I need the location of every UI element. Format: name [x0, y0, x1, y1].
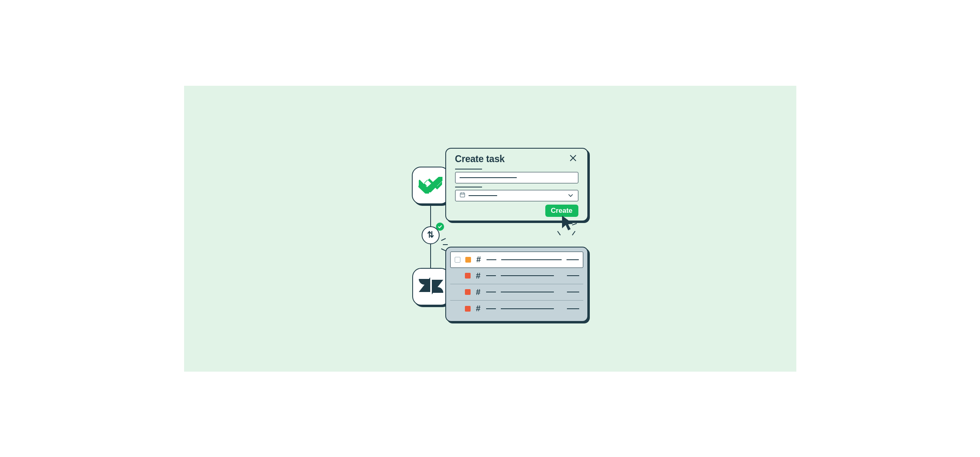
- status-square: [465, 257, 471, 263]
- ticket-row[interactable]: #: [450, 252, 583, 268]
- placeholder-line: [567, 259, 579, 260]
- ticket-row[interactable]: #: [450, 284, 583, 301]
- spark-line: [443, 244, 448, 245]
- spark-line: [441, 238, 446, 241]
- task-name-input[interactable]: [455, 172, 578, 183]
- status-square: [465, 306, 471, 312]
- sync-arrows-icon: [426, 230, 435, 241]
- status-square: [465, 273, 471, 279]
- sync-success-icon: [436, 223, 444, 231]
- wrike-logo-icon: [419, 177, 442, 194]
- row-checkbox[interactable]: [455, 257, 460, 263]
- ticket-id-hash: #: [476, 288, 481, 297]
- task-date-dropdown[interactable]: [455, 190, 578, 201]
- svg-rect-2: [460, 193, 464, 197]
- input-placeholder-line: [460, 177, 517, 178]
- create-task-modal: Create task: [445, 148, 588, 221]
- chevron-down-icon: [567, 192, 574, 199]
- app-tile-zendesk: [412, 268, 450, 305]
- cursor-pointer-icon: [561, 215, 576, 231]
- ticket-id-hash: #: [476, 255, 482, 264]
- placeholder-line: [567, 275, 579, 276]
- zendesk-logo-icon: [419, 276, 443, 298]
- placeholder-line: [486, 292, 496, 292]
- placeholder-line: [501, 292, 554, 292]
- app-tile-wrike: [412, 167, 449, 204]
- status-square: [465, 289, 471, 295]
- illustration-stage: Create task: [184, 86, 796, 372]
- ticket-id-hash: #: [476, 304, 481, 313]
- field-label-placeholder: [455, 187, 482, 187]
- placeholder-line: [487, 259, 496, 260]
- tickets-panel: # # #: [445, 247, 588, 322]
- placeholder-line: [486, 275, 496, 276]
- placeholder-line: [567, 308, 579, 309]
- close-button[interactable]: [568, 154, 578, 164]
- connector-line: [430, 203, 431, 227]
- placeholder-line: [486, 308, 496, 309]
- placeholder-line: [501, 259, 562, 260]
- calendar-icon: [460, 192, 465, 199]
- connector-line: [430, 244, 431, 268]
- spark-line: [572, 231, 576, 235]
- spark-line: [557, 231, 561, 235]
- modal-title: Create task: [455, 154, 505, 165]
- ticket-id-hash: #: [476, 271, 481, 281]
- placeholder-line: [501, 275, 554, 276]
- input-placeholder-line: [469, 195, 497, 196]
- field-label-placeholder: [455, 169, 482, 169]
- placeholder-line: [501, 308, 554, 309]
- ticket-row[interactable]: #: [450, 268, 583, 284]
- placeholder-line: [567, 292, 579, 292]
- ticket-row[interactable]: #: [450, 301, 583, 317]
- close-icon: [569, 154, 577, 164]
